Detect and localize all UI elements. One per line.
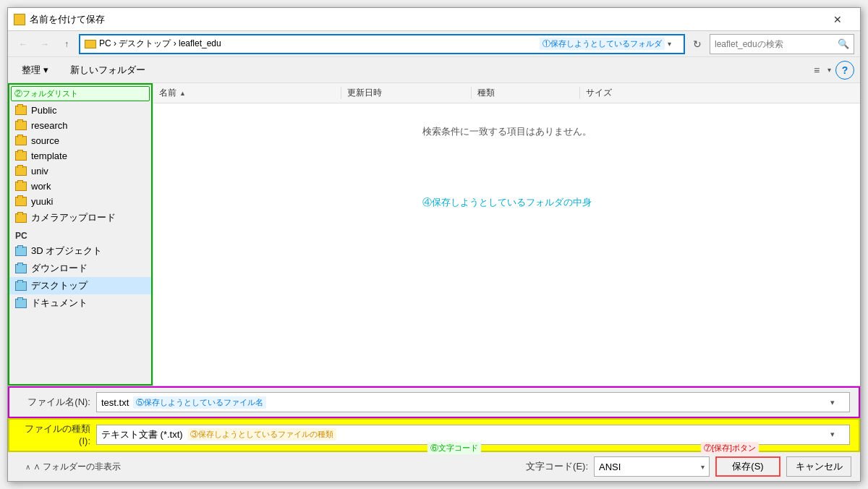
address-dropdown-arrow[interactable]: ▾ bbox=[668, 40, 679, 48]
filetype-label: ファイルの種類(I): bbox=[18, 422, 90, 446]
organize-dropdown-icon: ▾ bbox=[43, 64, 48, 75]
folder-content-annotation: ④保存しようとしているフォルダの中身 bbox=[422, 196, 592, 209]
sidebar-item-template[interactable]: template bbox=[9, 148, 151, 163]
actions-toolbar: 整理 ▾ 新しいフォルダー ≡ ▾ ? bbox=[8, 57, 860, 83]
sidebar-item-label: ダウンロード bbox=[31, 262, 88, 275]
folder-icon-documents bbox=[15, 299, 27, 308]
filename-input-wrapper[interactable]: test.txt ⑤保存しようとしているファイル名 ▾ bbox=[96, 392, 850, 412]
column-header: 名前 ▲ 更新日時 種類 サイズ bbox=[153, 83, 860, 103]
search-icon: 🔍 bbox=[838, 38, 849, 49]
address-bar[interactable]: PC › デスクトップ › leaflet_edu ①保存しようとしているフォル… bbox=[79, 34, 685, 54]
col-name-header[interactable]: 名前 ▲ bbox=[153, 87, 341, 99]
filetype-dropdown-arrow[interactable]: ▾ bbox=[830, 430, 845, 439]
sidebar-item-3d[interactable]: 3D オブジェクト bbox=[9, 242, 151, 260]
col-size-header[interactable]: サイズ bbox=[580, 87, 652, 99]
main-panel: 名前 ▲ 更新日時 種類 サイズ 検索条件に一致する項目はありません。 ④保存し… bbox=[153, 83, 860, 386]
close-button[interactable]: ✕ bbox=[821, 9, 854, 30]
title-bar: 名前を付けて保存 ✕ bbox=[8, 8, 860, 31]
sidebar-item-documents[interactable]: ドキュメント bbox=[9, 294, 151, 312]
sidebar-item-yuuki[interactable]: yuuki bbox=[9, 194, 151, 209]
sidebar-item-label: source bbox=[31, 135, 59, 146]
filename-annotation: ⑤保存しようとしているファイル名 bbox=[133, 396, 266, 409]
search-input[interactable] bbox=[715, 39, 835, 49]
filename-row: ファイル名(N): test.txt ⑤保存しようとしているファイル名 ▾ bbox=[8, 386, 860, 418]
sidebar-item-label: カメラアップロード bbox=[31, 211, 116, 224]
folder-icon-source bbox=[15, 136, 27, 145]
folder-icon-desktop bbox=[15, 281, 27, 291]
help-button[interactable]: ? bbox=[835, 61, 854, 80]
encoding-label: 文字コード(E): bbox=[526, 460, 588, 473]
folder-icon-univ bbox=[15, 166, 27, 176]
sidebar-item-label: template bbox=[31, 150, 67, 161]
title-bar-left: 名前を付けて保存 bbox=[14, 13, 105, 26]
view-mode-button[interactable]: ≡ bbox=[807, 61, 826, 80]
folder-icon-work bbox=[15, 182, 27, 191]
toggle-folder-button[interactable]: ∧ ∧ フォルダーの非表示 bbox=[17, 458, 129, 476]
bottom-area: ファイル名(N): test.txt ⑤保存しようとしているファイル名 ▾ ファ… bbox=[8, 386, 860, 481]
toggle-label: ∧ フォルダーの非表示 bbox=[33, 461, 121, 473]
folder-icon-camera bbox=[15, 213, 27, 223]
sidebar-item-public[interactable]: Public bbox=[9, 103, 151, 118]
sidebar-item-label: yuuki bbox=[31, 196, 53, 207]
filetype-value: テキスト文書 (*.txt) bbox=[101, 428, 183, 441]
filename-label: ファイル名(N): bbox=[18, 396, 90, 409]
sidebar-item-research[interactable]: research bbox=[9, 118, 151, 133]
sidebar-item-desktop[interactable]: デスクトップ bbox=[9, 277, 151, 294]
sidebar-item-source[interactable]: source bbox=[9, 133, 151, 148]
back-button[interactable]: ← bbox=[14, 35, 33, 54]
organize-button[interactable]: 整理 ▾ bbox=[14, 61, 56, 80]
folder-icon-template bbox=[15, 151, 27, 161]
address-toolbar: ← → ↑ PC › デスクトップ › leaflet_edu ①保存しようとし… bbox=[8, 31, 860, 57]
sidebar-annotation: ②フォルダリスト bbox=[11, 86, 150, 101]
refresh-button[interactable]: ↻ bbox=[688, 35, 707, 54]
sidebar-item-label: work bbox=[31, 181, 51, 192]
filename-dropdown-arrow[interactable]: ▾ bbox=[830, 398, 845, 407]
save-annotation: ⑦[保存]ボタン bbox=[701, 442, 759, 454]
sidebar-item-camera[interactable]: カメラアップロード bbox=[9, 209, 151, 226]
view-icons: ≡ ▾ ? bbox=[807, 61, 854, 80]
sort-arrow: ▲ bbox=[179, 90, 186, 97]
folder-icon-download bbox=[15, 264, 27, 273]
sidebar-item-label: 3D オブジェクト bbox=[31, 244, 102, 258]
folder-icon-public bbox=[15, 106, 27, 115]
sidebar-item-work[interactable]: work bbox=[9, 179, 151, 194]
folder-icon-yuuki bbox=[15, 197, 27, 206]
empty-message: 検索条件に一致する項目はありません。 bbox=[422, 125, 592, 138]
file-list: 検索条件に一致する項目はありません。 ④保存しようとしているフォルダの中身 bbox=[153, 103, 860, 386]
address-path: PC › デスクトップ › leaflet_edu bbox=[99, 38, 537, 50]
cancel-button[interactable]: キャンセル bbox=[786, 456, 851, 477]
sidebar-item-label: ドキュメント bbox=[31, 297, 88, 310]
encoding-value: ANSI bbox=[599, 462, 698, 472]
encoding-annotation: ⑥文字コード bbox=[427, 442, 481, 454]
search-box[interactable]: 🔍 bbox=[710, 34, 854, 54]
encoding-select[interactable]: ANSI ▾ bbox=[594, 456, 710, 477]
sidebar-item-download[interactable]: ダウンロード bbox=[9, 260, 151, 277]
sidebar-item-label: デスクトップ bbox=[31, 279, 88, 292]
folder-icon-3d bbox=[15, 247, 27, 256]
sidebar-item-label: univ bbox=[31, 166, 48, 177]
save-button[interactable]: 保存(S) bbox=[715, 456, 780, 477]
content-area: ②フォルダリスト Public research source template… bbox=[8, 83, 860, 386]
view-dropdown-arrow[interactable]: ▾ bbox=[827, 66, 831, 74]
filetype-annotation: ③保存しようとしているファイルの種類 bbox=[187, 428, 336, 441]
col-type-header[interactable]: 種類 bbox=[472, 87, 580, 99]
chevron-up-icon: ∧ bbox=[25, 463, 30, 471]
sidebar-item-label: research bbox=[31, 120, 68, 131]
dialog-title: 名前を付けて保存 bbox=[30, 13, 105, 26]
sidebar-item-label: Public bbox=[31, 105, 56, 116]
col-date-header[interactable]: 更新日時 bbox=[341, 87, 472, 99]
dialog-icon bbox=[14, 14, 25, 25]
filename-value: test.txt bbox=[101, 397, 129, 408]
new-folder-button[interactable]: 新しいフォルダー bbox=[62, 61, 153, 80]
up-button[interactable]: ↑ bbox=[57, 35, 76, 54]
encoding-row: ⑥文字コード ⑦[保存]ボタン ∧ ∧ フォルダーの非表示 文字コード(E): … bbox=[8, 452, 860, 481]
forward-button[interactable]: → bbox=[35, 35, 54, 54]
folder-icon-research bbox=[15, 121, 27, 130]
encoding-dropdown-arrow: ▾ bbox=[701, 463, 705, 471]
sidebar: ②フォルダリスト Public research source template… bbox=[8, 83, 153, 386]
address-annotation: ①保存しようとしているフォルダ bbox=[540, 38, 665, 50]
sidebar-item-univ[interactable]: univ bbox=[9, 163, 151, 179]
address-folder-icon bbox=[85, 40, 96, 48]
pc-section-label: PC bbox=[9, 226, 151, 242]
save-dialog: 名前を付けて保存 ✕ ← → ↑ PC › デスクトップ › leaflet_e… bbox=[7, 7, 861, 482]
